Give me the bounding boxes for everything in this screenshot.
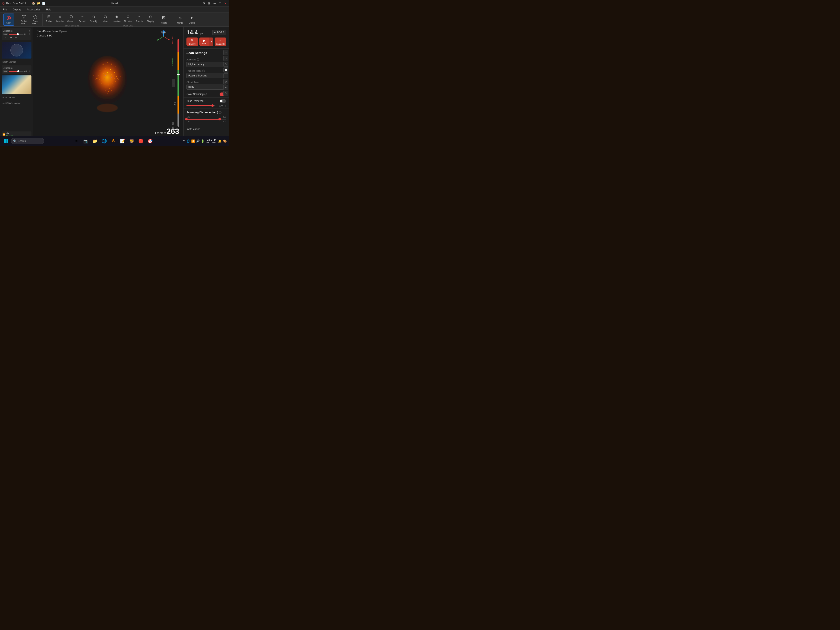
cancel-button[interactable]: ✕ Cancel bbox=[186, 38, 198, 46]
wifi-icon[interactable]: 📶 bbox=[191, 139, 195, 143]
svg-point-32 bbox=[105, 87, 106, 87]
complete-button[interactable]: ✓ Complete bbox=[215, 38, 226, 46]
camera-app-icon: 📷 bbox=[83, 139, 88, 144]
start-menu-button[interactable] bbox=[3, 137, 10, 145]
mini-btn-7[interactable]: ⟲ bbox=[223, 85, 228, 90]
window-icon-2[interactable]: ⊞ bbox=[207, 2, 211, 5]
export-button[interactable]: ⬆ Export bbox=[186, 14, 197, 25]
taskbar-app-edge[interactable]: 🌐 bbox=[100, 137, 109, 145]
scanning-distance-slider[interactable] bbox=[186, 119, 226, 120]
taskbar-app-notes[interactable]: 📝 bbox=[118, 137, 127, 145]
exposure-copy-icon[interactable]: ⧉ bbox=[29, 30, 30, 32]
settings-icon[interactable]: ⚙ bbox=[202, 2, 205, 5]
merge-button[interactable]: ⊕ Merge bbox=[175, 14, 185, 25]
window-icon-home[interactable]: 🏠 bbox=[32, 2, 35, 5]
mini-btn-6[interactable]: ⊕ bbox=[223, 79, 228, 84]
notification-icon[interactable]: 🔔 bbox=[218, 139, 221, 143]
exposure-thumb-top[interactable] bbox=[17, 33, 19, 35]
start-dropdown-button[interactable]: ▾ bbox=[209, 38, 213, 46]
battery-icon[interactable]: 🔋 bbox=[201, 139, 204, 143]
scan-settings-header[interactable]: Scan Settings ⌄ bbox=[183, 49, 229, 57]
pop-badge[interactable]: ⇐ POP 2 bbox=[212, 30, 226, 35]
smooth2-button[interactable]: ≈ Smooth bbox=[134, 12, 145, 24]
isolation2-button[interactable]: ◈ Isolation bbox=[111, 12, 122, 24]
stock-icon: 📶 bbox=[3, 133, 5, 136]
mini-btn-5[interactable]: ◫ bbox=[223, 73, 228, 78]
taskbar-app-pen[interactable]: ✒ bbox=[73, 137, 81, 145]
accuracy-info-icon[interactable]: i bbox=[197, 58, 199, 61]
toolbar: Scan Global Mar... bbox=[0, 13, 229, 27]
window-icon-folder[interactable]: 📁 bbox=[37, 2, 40, 5]
exposure-stepper-top[interactable]: ⇕ bbox=[28, 33, 30, 35]
menu-display[interactable]: Display bbox=[11, 8, 22, 11]
sd-thumb-left[interactable] bbox=[185, 118, 188, 120]
global-markers-button[interactable]: Global Mar... bbox=[19, 14, 29, 25]
object-type-select[interactable]: Body ▾ bbox=[186, 84, 226, 90]
tracking-mode-select[interactable]: Feature Tracking ▾ bbox=[186, 73, 226, 78]
mini-btn-2[interactable]: □ bbox=[223, 56, 228, 61]
mini-btn-3[interactable]: ✎ bbox=[223, 62, 228, 67]
mini-btn-1[interactable]: ⤢ bbox=[223, 50, 228, 55]
one-click-label: One-click... bbox=[30, 20, 40, 25]
one-click-button[interactable]: One-click... bbox=[30, 14, 41, 25]
svg-point-65 bbox=[97, 104, 118, 112]
taskbar-app-brave[interactable]: 🦁 bbox=[128, 137, 136, 145]
window-icon-file[interactable]: 📄 bbox=[42, 2, 45, 5]
scan-tool-button[interactable]: Scan bbox=[3, 14, 14, 25]
isolation-button[interactable]: ◈ Isolation bbox=[55, 12, 65, 24]
exposure-slider-top[interactable] bbox=[9, 34, 24, 35]
mini-btn-8[interactable]: ⟳ bbox=[223, 91, 228, 96]
taskbar-app-misc[interactable]: 🎯 bbox=[146, 137, 155, 145]
svg-point-27 bbox=[114, 72, 115, 73]
svg-point-42 bbox=[104, 84, 104, 85]
minimize-button[interactable]: ─ bbox=[213, 2, 216, 5]
mesh-button[interactable]: ⬡ Mesh bbox=[100, 12, 111, 24]
fusion-button[interactable]: ⊞ Fusion bbox=[43, 12, 54, 24]
close-button[interactable]: ✕ bbox=[224, 2, 227, 5]
network-icon[interactable]: 🌐 bbox=[186, 139, 190, 143]
fps-value: 14.4 bbox=[186, 29, 198, 36]
zoom-2x-button[interactable]: 2x bbox=[14, 36, 17, 39]
maximize-button[interactable]: □ bbox=[218, 2, 222, 5]
base-removal-info-icon[interactable]: i bbox=[204, 100, 206, 102]
texture-button[interactable]: 🖼 Texture bbox=[158, 14, 169, 25]
taskbar-app-red[interactable]: 🔴 bbox=[137, 137, 145, 145]
system-clock[interactable]: 2:51 PM 10/1/2024 bbox=[206, 138, 216, 144]
colorful-icon[interactable]: 🎨 bbox=[223, 139, 227, 143]
viewport[interactable]: Start/Pause Scan: Space Cancel: ESC Z X bbox=[33, 27, 183, 139]
scanning-distance-info-icon[interactable]: i bbox=[219, 111, 221, 114]
base-removal-slider[interactable] bbox=[186, 105, 215, 106]
start-button[interactable]: ▶ Start bbox=[199, 38, 209, 46]
zoom-1-5x-button[interactable]: 1.5x bbox=[8, 36, 13, 39]
chevron-up-icon[interactable]: ⌃ bbox=[183, 139, 185, 143]
fill-holes-button[interactable]: ⊙ Fill Holes bbox=[123, 12, 133, 24]
svg-point-40 bbox=[113, 83, 113, 84]
accuracy-select[interactable]: High Accuracy ▾ bbox=[186, 62, 226, 67]
speaker-icon[interactable]: 🔊 bbox=[196, 139, 200, 143]
sd-thumb-right[interactable] bbox=[218, 118, 221, 120]
menu-accessories[interactable]: Accessories bbox=[25, 8, 42, 11]
menu-file[interactable]: File bbox=[2, 8, 8, 11]
taskbar-app-folder[interactable]: 📁 bbox=[91, 137, 99, 145]
menu-help[interactable]: Help bbox=[45, 8, 52, 11]
simplify-pc-button[interactable]: ◇ Simplify bbox=[88, 12, 99, 24]
svg-point-29 bbox=[115, 82, 116, 82]
smooth-pc-button[interactable]: ≈ Smooth bbox=[77, 12, 88, 24]
mini-btn-4[interactable]: 💬 bbox=[223, 68, 228, 73]
exposure-slider-depth[interactable] bbox=[9, 71, 24, 72]
base-removal-toggle[interactable] bbox=[219, 99, 226, 103]
taskbar-app-sublime[interactable]: S bbox=[109, 137, 118, 145]
exposure-stepper-depth[interactable]: ⇕ bbox=[28, 70, 30, 73]
overlay-button[interactable]: ⬡ Overla... bbox=[66, 12, 77, 24]
zoom-buttons: 1x 1.5x 2x bbox=[3, 36, 30, 39]
base-removal-stepper[interactable]: ⇕ bbox=[224, 104, 226, 107]
simplify2-button[interactable]: ◇ Simplify bbox=[145, 12, 156, 24]
taskbar-app-camera[interactable]: 📷 bbox=[82, 137, 90, 145]
taskbar-search-box[interactable]: 🔍 Search bbox=[11, 138, 44, 144]
color-scanning-info-icon[interactable]: i bbox=[204, 93, 207, 95]
zoom-1x-button[interactable]: 1x bbox=[3, 36, 6, 39]
exposure-thumb-depth[interactable] bbox=[17, 70, 19, 72]
base-removal-thumb[interactable] bbox=[211, 104, 214, 107]
viewport-expand-button[interactable]: › bbox=[172, 79, 175, 87]
tracking-info-icon[interactable]: i bbox=[202, 69, 205, 72]
